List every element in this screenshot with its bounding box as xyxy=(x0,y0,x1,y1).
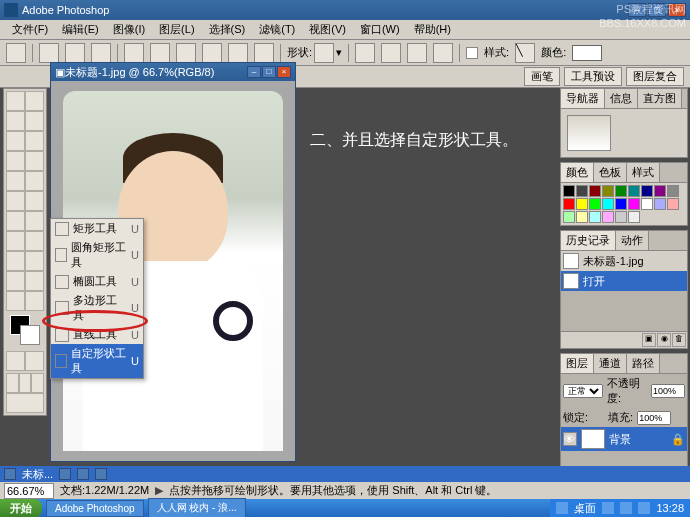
status-menu-icon[interactable]: ▶ xyxy=(155,484,163,497)
eyedropper-tool[interactable] xyxy=(25,271,44,291)
tab-navigator[interactable]: 导航器 xyxy=(561,89,605,108)
crop-tool[interactable] xyxy=(6,131,25,151)
move-tool[interactable] xyxy=(6,91,25,111)
lasso-tool[interactable] xyxy=(6,111,25,131)
color-swatch[interactable] xyxy=(628,198,640,210)
imageready-icon[interactable] xyxy=(6,393,44,413)
fill-pixels-mode-icon[interactable] xyxy=(91,43,111,63)
custom-shape-icon[interactable] xyxy=(254,43,274,63)
color-swatch[interactable] xyxy=(615,211,627,223)
history-step[interactable]: 打开 xyxy=(561,271,687,291)
menu-item[interactable]: 窗口(W) xyxy=(354,20,406,39)
tile-icon[interactable] xyxy=(59,468,71,480)
notes-tool[interactable] xyxy=(6,271,25,291)
color-swatch[interactable] xyxy=(563,211,575,223)
start-button[interactable]: 开始 xyxy=(0,499,42,518)
dodge-tool[interactable] xyxy=(25,211,44,231)
type-tool[interactable] xyxy=(25,231,44,251)
eraser-tool[interactable] xyxy=(6,191,25,211)
ellipse-shape-icon[interactable] xyxy=(176,43,196,63)
fill-input[interactable] xyxy=(637,411,671,425)
menu-item[interactable]: 滤镜(T) xyxy=(253,20,301,39)
color-swatch[interactable] xyxy=(576,211,588,223)
tool-preset-tab[interactable]: 工具预设 xyxy=(564,67,622,86)
pathop-add-icon[interactable] xyxy=(355,43,375,63)
color-swatch[interactable] xyxy=(589,211,601,223)
navigator-thumbnail[interactable] xyxy=(567,115,611,151)
zoom-input[interactable]: 66.67% xyxy=(4,483,54,499)
tray-icon[interactable] xyxy=(620,502,632,514)
arrange-icon[interactable] xyxy=(95,468,107,480)
rect-shape-icon[interactable] xyxy=(124,43,144,63)
ps-doc-icon[interactable] xyxy=(4,468,16,480)
color-swatch[interactable] xyxy=(667,198,679,210)
brush-tab[interactable]: 画笔 xyxy=(524,67,560,86)
flyout-item[interactable]: 多边形工具U xyxy=(51,291,143,325)
clock[interactable]: 13:28 xyxy=(656,502,684,514)
color-swatch[interactable] xyxy=(628,185,640,197)
color-swatch[interactable] xyxy=(667,185,679,197)
color-swatch[interactable] xyxy=(602,198,614,210)
hand-tool[interactable] xyxy=(6,291,25,311)
menu-item[interactable]: 图层(L) xyxy=(153,20,200,39)
color-swatch[interactable] xyxy=(602,185,614,197)
line-shape-icon[interactable] xyxy=(228,43,248,63)
flyout-item[interactable]: 自定形状工具U xyxy=(51,344,143,378)
menu-item[interactable]: 编辑(E) xyxy=(56,20,105,39)
show-desktop-label[interactable]: 桌面 xyxy=(574,501,596,516)
polygon-shape-icon[interactable] xyxy=(202,43,222,63)
wand-tool[interactable] xyxy=(25,111,44,131)
tab-info[interactable]: 信息 xyxy=(605,89,638,108)
pathop-subtract-icon[interactable] xyxy=(381,43,401,63)
layer-comp-tab[interactable]: 图层复合 xyxy=(626,67,684,86)
screen-full-menu-icon[interactable] xyxy=(19,373,32,393)
tab-swatches[interactable]: 色板 xyxy=(594,163,627,182)
color-swatch[interactable] xyxy=(654,185,666,197)
opacity-input[interactable] xyxy=(651,384,685,398)
brush-tool[interactable] xyxy=(25,151,44,171)
menu-item[interactable]: 帮助(H) xyxy=(408,20,457,39)
doc-close-button[interactable]: × xyxy=(277,66,291,78)
tab-styles[interactable]: 样式 xyxy=(627,163,660,182)
quickmask-mode-icon[interactable] xyxy=(25,351,44,371)
doc-minimize-button[interactable]: – xyxy=(247,66,261,78)
tab-color[interactable]: 颜色 xyxy=(561,163,594,182)
tray-icon[interactable] xyxy=(556,502,568,514)
pen-tool[interactable] xyxy=(6,231,25,251)
menu-item[interactable]: 选择(S) xyxy=(203,20,252,39)
stamp-tool[interactable] xyxy=(6,171,25,191)
taskbar-item[interactable]: 人人网 校内 - 浪... xyxy=(148,498,246,517)
history-brush-tool[interactable] xyxy=(25,171,44,191)
doc-maximize-button[interactable]: □ xyxy=(262,66,276,78)
tab-history[interactable]: 历史记录 xyxy=(561,231,616,250)
document-titlebar[interactable]: ▣ 未标题-1.jpg @ 66.7%(RGB/8) – □ × xyxy=(51,63,295,81)
background-color[interactable] xyxy=(20,325,40,345)
tab-paths[interactable]: 路径 xyxy=(627,354,660,373)
flyout-item[interactable]: 直线工具U xyxy=(51,325,143,344)
color-swatch[interactable] xyxy=(563,185,575,197)
tray-icon[interactable] xyxy=(602,502,614,514)
tool-preset-icon[interactable] xyxy=(6,43,26,63)
path-select-tool[interactable] xyxy=(6,251,25,271)
menu-item[interactable]: 视图(V) xyxy=(303,20,352,39)
color-swatch[interactable] xyxy=(602,211,614,223)
color-swatch[interactable] xyxy=(641,185,653,197)
tab-histogram[interactable]: 直方图 xyxy=(638,89,682,108)
style-preview-icon[interactable]: ╲ xyxy=(515,43,535,63)
shape-layers-mode-icon[interactable] xyxy=(39,43,59,63)
cascade-icon[interactable] xyxy=(77,468,89,480)
blend-mode-select[interactable]: 正常 xyxy=(563,384,603,398)
flyout-item[interactable]: 圆角矩形工具U xyxy=(51,238,143,272)
new-snapshot-icon[interactable]: ◉ xyxy=(657,333,671,347)
trash-icon[interactable]: 🗑 xyxy=(672,333,686,347)
history-snapshot[interactable]: 未标题-1.jpg xyxy=(561,251,687,271)
color-swatch[interactable] xyxy=(576,185,588,197)
taskbar-item[interactable]: Adobe Photoshop xyxy=(46,500,144,517)
flyout-item[interactable]: 椭圆工具U xyxy=(51,272,143,291)
anti-alias-checkbox[interactable] xyxy=(466,47,478,59)
menu-item[interactable]: 图像(I) xyxy=(107,20,151,39)
color-swatch[interactable] xyxy=(615,198,627,210)
color-swatch[interactable] xyxy=(589,198,601,210)
paths-mode-icon[interactable] xyxy=(65,43,85,63)
color-swatch[interactable] xyxy=(654,198,666,210)
